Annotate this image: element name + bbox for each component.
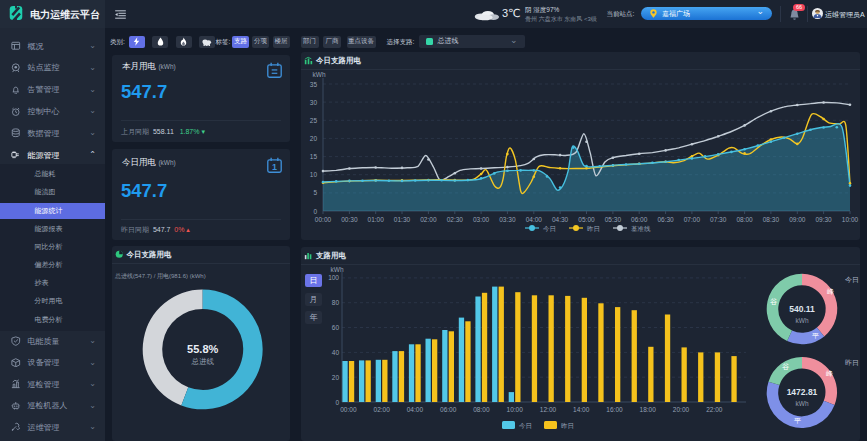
svg-text:80: 80 [332,299,340,306]
svg-text:基准线: 基准线 [631,225,651,232]
svg-text:02:30: 02:30 [447,216,464,223]
svg-text:1472.81: 1472.81 [787,387,818,397]
svg-text:07:30: 07:30 [710,216,727,223]
svg-text:03:30: 03:30 [499,216,516,223]
svg-text:14:00: 14:00 [573,406,590,413]
svg-text:15: 15 [310,153,318,160]
svg-text:09:00: 09:00 [789,216,806,223]
svg-text:谷: 谷 [770,298,777,306]
svg-text:22:00: 22:00 [706,406,723,413]
svg-text:08:00: 08:00 [473,406,490,413]
svg-text:05:30: 05:30 [605,216,622,223]
svg-text:01:30: 01:30 [394,216,411,223]
svg-text:100: 100 [328,274,339,281]
svg-text:20:00: 20:00 [673,406,690,413]
svg-text:1: 1 [272,161,277,171]
svg-text:总进线: 总进线 [190,357,214,366]
svg-text:10:00: 10:00 [842,216,859,223]
svg-text:kWh: kWh [313,71,326,78]
svg-text:12:00: 12:00 [540,406,557,413]
svg-text:55.8%: 55.8% [187,343,218,355]
svg-text:昨日: 昨日 [845,359,859,367]
svg-text:02:00: 02:00 [374,406,391,413]
svg-text:08:00: 08:00 [736,216,753,223]
svg-text:昨日: 昨日 [561,422,574,429]
svg-text:20: 20 [332,374,340,381]
svg-text:04:30: 04:30 [552,216,569,223]
svg-text:0: 0 [313,208,317,215]
svg-text:20: 20 [310,135,318,142]
svg-text:05:00: 05:00 [578,216,595,223]
svg-text:0: 0 [335,399,339,406]
svg-text:平: 平 [794,417,801,424]
svg-text:今日: 今日 [845,276,859,284]
svg-text:10:00: 10:00 [507,406,524,413]
svg-text:35: 35 [310,81,318,88]
svg-text:04:00: 04:00 [526,216,543,223]
svg-text:今日: 今日 [519,422,532,429]
svg-text:06:30: 06:30 [657,216,674,223]
svg-text:02:00: 02:00 [420,216,437,223]
svg-text:谷: 谷 [782,363,789,371]
svg-text:kWh: kWh [796,400,809,407]
svg-text:60: 60 [332,324,340,331]
svg-text:平: 平 [812,332,819,339]
svg-text:540.11: 540.11 [789,304,815,314]
svg-text:07:00: 07:00 [684,216,701,223]
svg-text:25: 25 [310,117,318,124]
svg-text:昨日: 昨日 [587,225,600,232]
svg-text:06:00: 06:00 [440,406,457,413]
svg-text:00:30: 00:30 [341,216,358,223]
svg-text:03:00: 03:00 [473,216,490,223]
svg-text:30: 30 [310,99,318,106]
svg-text:04:00: 04:00 [407,406,424,413]
svg-text:峰: 峰 [826,370,833,377]
svg-text:08:30: 08:30 [763,216,780,223]
svg-text:5: 5 [313,189,317,196]
svg-text:10: 10 [310,171,318,178]
svg-text:01:00: 01:00 [368,216,385,223]
svg-text:今日: 今日 [543,225,556,232]
svg-text:kWh: kWh [796,317,809,324]
svg-text:峰: 峰 [827,288,834,295]
svg-text:16:00: 16:00 [606,406,623,413]
svg-text:09:30: 09:30 [815,216,832,223]
svg-text:40: 40 [332,349,340,356]
svg-text:00:00: 00:00 [315,216,332,223]
svg-text:00:00: 00:00 [340,406,357,413]
svg-text:18:00: 18:00 [640,406,657,413]
svg-text:06:00: 06:00 [631,216,648,223]
